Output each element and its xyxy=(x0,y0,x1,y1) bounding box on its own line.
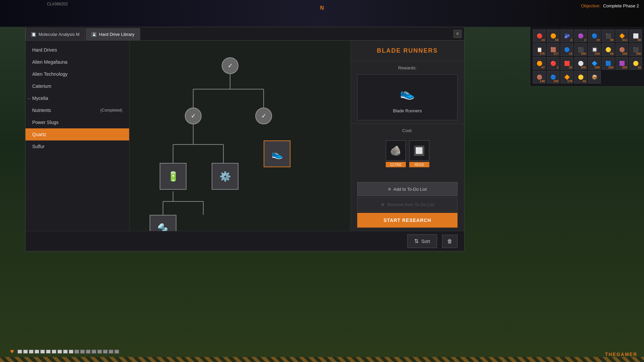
inventory-cell[interactable]: 🔶178 xyxy=(560,71,573,83)
cost-amount-1: 45/10 xyxy=(409,162,429,167)
inventory-cell[interactable]: 🟠53 xyxy=(547,29,559,42)
bottom-box[interactable]: 🔩 xyxy=(150,215,176,231)
sidebar-item-label: Alien Technology xyxy=(32,71,68,77)
l3-mid-box[interactable]: ⚙️ xyxy=(212,163,238,190)
tab-molecular[interactable]: 📄 Molecular Analysis M xyxy=(25,28,85,40)
top-hud: CL#366202 N xyxy=(0,0,644,27)
cost-icon-0: 🪨 xyxy=(386,140,406,161)
inventory-count: 100 xyxy=(553,79,558,83)
tab-hard-drive[interactable]: 💾 Hard Drive Library xyxy=(86,28,140,40)
cost-icon-1: 🔲 xyxy=(409,140,429,161)
start-research-button[interactable]: START RESEARCH xyxy=(357,213,458,228)
rewards-label: Rewards: xyxy=(351,61,464,74)
cost-section: Cost: 🪨 117/50 🔲 45/10 xyxy=(351,124,464,171)
l2-right-circle: ✓ xyxy=(255,108,272,124)
inventory-cell[interactable]: 🟦200 xyxy=(602,57,614,70)
molecular-tab-icon: 📄 xyxy=(31,32,36,37)
inventory-cell[interactable]: 🟡16 xyxy=(629,57,642,70)
sidebar-item-sulfur[interactable]: Sulfur xyxy=(25,140,129,153)
inventory-cell[interactable]: 🟥20 xyxy=(560,57,573,70)
inventory-cell[interactable]: 🟠67 xyxy=(533,57,546,70)
inventory-cell[interactable]: ⬛200 xyxy=(574,43,587,56)
tree-node-blade-runners[interactable]: 👟 xyxy=(264,140,290,167)
health-bar-segment xyxy=(57,350,62,354)
cost-item-1: 🔲 45/10 xyxy=(409,140,429,167)
inventory-cell[interactable]: 🔲218 xyxy=(588,43,601,56)
tree-node-l3-left[interactable]: 🔋 xyxy=(160,163,186,190)
hard-drive-tab-icon: 💾 xyxy=(92,32,96,37)
sidebar-item-quartz[interactable]: Quartz xyxy=(25,128,129,140)
tab-hard-drive-label: Hard Drive Library xyxy=(99,32,134,37)
reward-item: 👟 Blade Runners xyxy=(357,74,458,120)
inventory-cell[interactable]: ⬛58 xyxy=(602,29,614,42)
inventory-cell[interactable]: 🔶411 xyxy=(615,29,628,42)
research-tree-area[interactable]: ✓ ✓ ✓ 🔋 ⚙️ xyxy=(129,41,350,231)
delete-button[interactable]: 🗑 xyxy=(442,235,458,248)
sidebar-item-alien-megafauna[interactable]: Alien Megafauna xyxy=(25,56,129,68)
sort-button[interactable]: ⇅ Sort xyxy=(407,234,437,248)
remove-todo-button[interactable]: ≢ Remove from To-Do List xyxy=(357,197,458,212)
sidebar-item-caterium[interactable]: Caterium xyxy=(25,80,129,92)
inventory-count: 117 xyxy=(553,52,558,55)
sidebar-item-nutrients[interactable]: Nutrients (Completed) xyxy=(25,104,129,116)
inventory-cell[interactable]: 📋275 xyxy=(533,43,546,56)
bottom-icon: 🔩 xyxy=(153,218,173,231)
inventory-cell[interactable]: 🔴2 xyxy=(547,57,559,70)
inventory-cell[interactable]: 🟡42 xyxy=(574,71,587,83)
inventory-cell[interactable]: 🔵100 xyxy=(547,71,559,83)
objective-label: Objective: xyxy=(581,3,601,8)
sidebar-item-label: Sulfur xyxy=(32,144,45,149)
inventory-cell[interactable]: 🔷200 xyxy=(588,57,601,70)
inventory-count: 2 xyxy=(557,66,558,69)
tree-node-bottom[interactable]: 🔩 xyxy=(150,215,176,231)
inventory-cell[interactable]: 🟤149 xyxy=(533,71,546,83)
inventory-panel: 🔴14🟠53🫐2🟣2🔵10⬛58🔶411⬜68📋275🟫117🔵12⬛200🔲2… xyxy=(530,27,644,86)
inventory-cell[interactable]: 📦 xyxy=(588,71,601,83)
start-research-label: START RESEARCH xyxy=(383,218,431,223)
inventory-cell[interactable]: 🔴14 xyxy=(533,29,546,42)
inventory-cell[interactable]: ⬜68 xyxy=(629,29,642,42)
health-bar-segment xyxy=(63,350,68,354)
sidebar-item-power-slugs[interactable]: Power Slugs xyxy=(25,116,129,128)
inventory-count: 16 xyxy=(638,66,641,69)
inventory-count: 200 xyxy=(608,66,613,69)
inventory-cell[interactable]: ⚪200 xyxy=(574,57,587,70)
inventory-cell[interactable]: 🟤100 xyxy=(615,43,628,56)
inventory-cell[interactable]: 🔵12 xyxy=(560,43,573,56)
inventory-cell[interactable]: 🟪200 xyxy=(615,57,628,70)
inventory-cell[interactable]: 🔵10 xyxy=(588,29,601,42)
blade-runners-box[interactable]: 👟 xyxy=(264,140,290,167)
inventory-count: 2 xyxy=(571,38,572,42)
l3-left-icon: 🔋 xyxy=(163,166,183,186)
inventory-cell[interactable]: 🟡69 xyxy=(602,43,614,56)
close-button[interactable]: × xyxy=(453,30,462,38)
reward-name: Blade Runners xyxy=(393,108,422,113)
inventory-count: 67 xyxy=(541,66,545,69)
inventory-count: 69 xyxy=(610,52,613,55)
inventory-cell[interactable]: 🟫117 xyxy=(547,43,559,56)
sidebar-item-alien-technology[interactable]: Alien Technology xyxy=(25,68,129,80)
inventory-count: 200 xyxy=(581,52,586,55)
sidebar-item-mycelia[interactable]: Mycelia xyxy=(25,92,129,104)
inventory-cell[interactable]: 🟣2 xyxy=(574,29,587,42)
add-todo-button[interactable]: ≡ Add to To-Do List xyxy=(357,182,458,196)
l3-left-box[interactable]: 🔋 xyxy=(160,163,186,190)
tree-node-l2-left: ✓ xyxy=(185,108,202,124)
inventory-count: 42 xyxy=(583,79,586,83)
inventory-count: 200 xyxy=(622,66,627,69)
sidebar-item-label: Power Slugs xyxy=(32,120,59,125)
health-bars xyxy=(17,350,119,354)
sidebar-item-hard-drives[interactable]: Hard Drives xyxy=(25,44,129,56)
inventory-cell[interactable]: ⬛100 xyxy=(629,43,642,56)
health-icon: ♥ xyxy=(10,348,14,355)
health-bar-segment xyxy=(97,350,102,354)
health-bar-segment xyxy=(69,350,73,354)
health-bar-segment xyxy=(17,350,22,354)
sidebar-item-label: Quartz xyxy=(32,132,46,137)
inventory-count: 20 xyxy=(569,66,572,69)
l2-left-circle: ✓ xyxy=(185,108,202,124)
window-bottom-bar: ⇅ Sort 🗑 xyxy=(25,231,464,251)
health-bar-segment xyxy=(40,350,45,354)
inventory-cell[interactable]: 🫐2 xyxy=(560,29,573,42)
tree-node-l3-mid[interactable]: ⚙️ xyxy=(212,163,238,190)
